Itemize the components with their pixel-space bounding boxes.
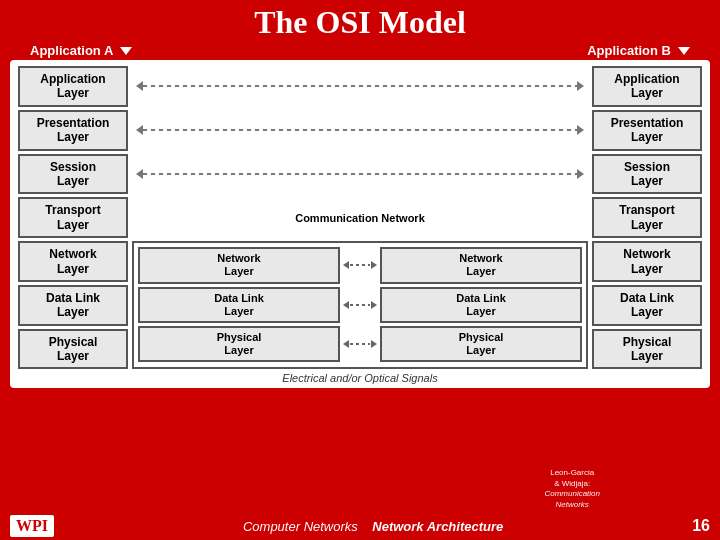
comm-phys-arrows [343,340,377,348]
footer-page: 16 [692,517,710,535]
trans-layer-mid: Communication Network [128,212,592,224]
comm-dl-left: Data LinkLayer [138,287,340,323]
comm-net-left: NetworkLayer [138,247,340,283]
comm-dl-row: Data LinkLayer Data LinkLayer [138,287,582,323]
app-a-label: Application A [30,43,132,58]
session-layer-row: SessionLayer SessionLayer [18,154,702,195]
arr-l3 [343,340,349,348]
pres-layer-left: PresentationLayer [18,110,128,151]
arr-l [343,261,349,269]
app-layer-arrow [128,80,592,92]
arrow-down-a [120,47,132,55]
comm-net-row: NetworkLayer NetworkLayer [138,247,582,283]
comm-phys-row: PhysicalLayer PhysicalLayer [138,326,582,362]
dbl-line-sess [143,173,577,175]
trans-layer-left: TransportLayer [18,197,128,238]
transport-layer-row: TransportLayer Communication Network Tra… [18,197,702,238]
arr-left-app [136,81,143,91]
application-layer-row: ApplicationLayer ApplicationLayer [18,66,702,107]
app-b-label: Application B [587,43,690,58]
sess-layer-arrow [128,168,592,180]
arr-left-sess [136,169,143,179]
app-layer-left: ApplicationLayer [18,66,128,107]
dl-layer-left: Data LinkLayer [18,285,128,326]
comm-dl-arrows [343,301,377,309]
arr-right-pres [577,125,584,135]
net-layer-right: NetworkLayer [592,241,702,282]
footer-course: Computer Networks Network Architecture [243,519,503,534]
dot-h [350,264,370,266]
pres-layer-right: PresentationLayer [592,110,702,151]
dbl-line-pres [143,129,577,131]
comm-network-label: Communication Network [136,212,584,224]
electrical-label: Electrical and/or Optical Signals [18,372,702,384]
comm-dl-right: Data LinkLayer [380,287,582,323]
footer: WPI Computer Networks Network Architectu… [0,512,720,540]
arr-r2 [371,301,377,309]
sess-layer-right: SessionLayer [592,154,702,195]
arr-l2 [343,301,349,309]
arr-r3 [371,340,377,348]
app-layer-right: ApplicationLayer [592,66,702,107]
dot-h3 [350,343,370,345]
comm-net-right: NetworkLayer [380,247,582,283]
phys-layer-right: PhysicalLayer [592,329,702,370]
dot-h2 [350,304,370,306]
presentation-layer-row: PresentationLayer PresentationLayer [18,110,702,151]
page-title: The OSI Model [254,4,466,40]
dbl-line-app [143,85,577,87]
network-comm-section: NetworkLayer Data LinkLayer PhysicalLaye… [18,241,702,369]
arr-right-sess [577,169,584,179]
arr-r [371,261,377,269]
comm-phys-left: PhysicalLayer [138,326,340,362]
trans-layer-right: TransportLayer [592,197,702,238]
sess-layer-left: SessionLayer [18,154,128,195]
comm-phys-right: PhysicalLayer [380,326,582,362]
main-content: ApplicationLayer ApplicationLayer Presen… [10,60,710,388]
dl-layer-right: Data LinkLayer [592,285,702,326]
arr-left-pres [136,125,143,135]
pres-layer-arrow [128,124,592,136]
net-layer-left: NetworkLayer [18,241,128,282]
comm-network-box: NetworkLayer NetworkLayer Data LinkLayer… [132,241,588,369]
arrow-down-b [678,47,690,55]
arr-right-app [577,81,584,91]
citation: Leon-Garcia & Widjaja: Communication Net… [544,468,600,510]
footer-logo: WPI [10,515,54,537]
phys-layer-left: PhysicalLayer [18,329,128,370]
comm-net-arrows [343,261,377,269]
